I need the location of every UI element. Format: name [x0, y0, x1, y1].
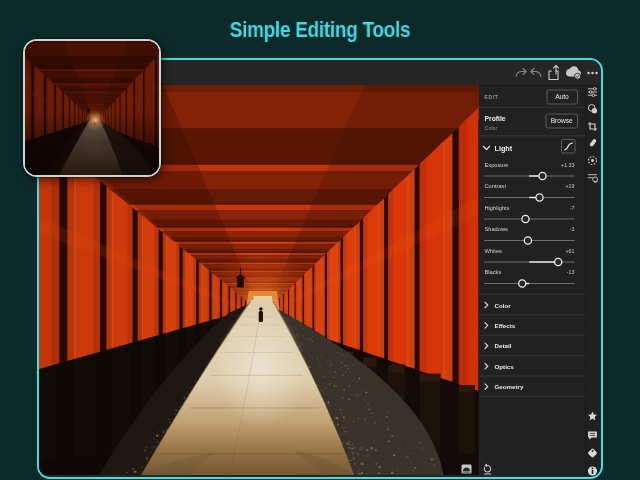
svg-text:Profile: Profile [484, 115, 505, 122]
svg-text:Browse: Browse [550, 117, 572, 124]
svg-text:-13: -13 [566, 269, 574, 275]
svg-text:Blacks: Blacks [484, 269, 501, 275]
svg-text:Geometry: Geometry [494, 383, 523, 390]
svg-text:+61: +61 [565, 248, 574, 254]
svg-text:Optics: Optics [494, 363, 514, 370]
svg-text:Whites: Whites [484, 248, 502, 254]
svg-text:Effects: Effects [494, 322, 515, 329]
svg-text:Highlights: Highlights [484, 205, 509, 211]
svg-text:Detail: Detail [494, 342, 511, 349]
svg-text:Color: Color [484, 125, 497, 131]
svg-text:+19: +19 [565, 183, 574, 189]
svg-text:EDIT: EDIT [484, 95, 498, 100]
svg-text:Contrast: Contrast [484, 183, 506, 189]
svg-text:Color: Color [494, 302, 511, 309]
svg-text:-3: -3 [569, 226, 574, 232]
svg-text:-7: -7 [569, 205, 574, 211]
svg-text:Light: Light [494, 144, 512, 153]
svg-text:Auto: Auto [555, 93, 569, 100]
svg-text:Exposure: Exposure [484, 162, 508, 168]
svg-text:Shadows: Shadows [484, 226, 508, 232]
svg-text:+1.33: +1.33 [561, 162, 574, 168]
